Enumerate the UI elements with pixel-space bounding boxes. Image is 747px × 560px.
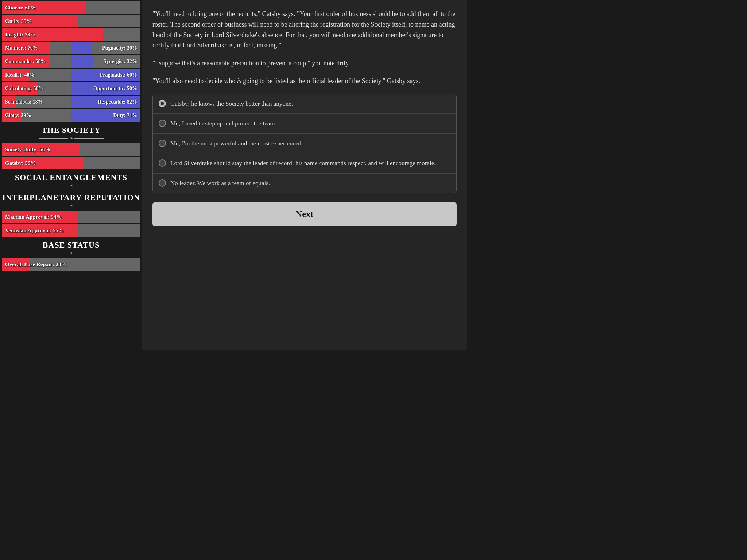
guile-label: Guile: 55%	[2, 15, 140, 27]
choice-no-leader[interactable]: No leader. We work as a team of equals.	[153, 174, 456, 193]
martian-approval-row: Martian Approval: 54%	[2, 211, 140, 223]
gatsby-label: Gatsby: 59%	[2, 157, 140, 169]
choice-no-leader-text: No leader. We work as a team of equals.	[170, 179, 270, 188]
social-section-title: SOCIAL ENTANGLEMENTS ❧	[2, 172, 140, 189]
society-section-title: THE SOCIETY ❧	[2, 125, 140, 142]
choice-me-powerful-text: Me; I'm the most powerful and the most e…	[170, 139, 303, 148]
commander-synergist-row: Commander: 68% Synergist: 32%	[2, 55, 140, 68]
reputation-section-title: INTERPLANETARY REPUTATION ❧	[2, 192, 140, 209]
narrative-paragraph-1: "You'll need to bring one of the recruit…	[152, 9, 457, 51]
manners-pugnacity-row: Manners: 70% Pugnacity: 30%	[2, 42, 140, 54]
pugnacity-label: Pugnacity: 30%	[71, 42, 140, 54]
gatsby-stat-row: Gatsby: 59%	[2, 157, 140, 169]
society-unity-row: Society Unity: 56%	[2, 143, 140, 156]
guile-stat-row: Guile: 55%	[2, 15, 140, 27]
venusian-approval-row: Venusian Approval: 55%	[2, 224, 140, 237]
synergist-label: Synergist: 32%	[71, 55, 140, 68]
choices-container: Gatsby; he knows the Society better than…	[152, 94, 457, 194]
commander-label: Commander: 68%	[2, 55, 71, 68]
martian-approval-label: Martian Approval: 54%	[2, 211, 140, 223]
choice-me-powerful-radio[interactable]	[159, 140, 166, 147]
idealist-label: Idealist: 40%	[2, 69, 71, 81]
calculating-opportunistic-row: Calculating: 50% Opportunistic: 50%	[2, 82, 140, 95]
left-panel: Charm: 60% Guile: 55% Insight: 73% Manne…	[0, 0, 142, 350]
right-panel: "You'll need to bring one of the recruit…	[142, 0, 467, 350]
respectable-label: Respectable: 82%	[71, 96, 140, 108]
opportunistic-label: Opportunistic: 50%	[71, 82, 140, 95]
choice-silverdrake[interactable]: Lord Silverdrake should stay the leader …	[153, 153, 456, 174]
choice-me-protect-text: Me; I need to step up and protect the te…	[170, 119, 276, 128]
choice-no-leader-radio[interactable]	[159, 179, 166, 187]
venusian-approval-label: Venusian Approval: 55%	[2, 224, 140, 237]
next-button[interactable]: Next	[152, 202, 457, 226]
choice-me-protect[interactable]: Me; I need to step up and protect the te…	[153, 114, 456, 134]
insight-label: Insight: 73%	[2, 28, 140, 41]
choice-silverdrake-radio[interactable]	[159, 159, 166, 167]
choice-gatsby[interactable]: Gatsby; he knows the Society better than…	[153, 94, 456, 114]
duty-label: Duty: 71%	[71, 109, 140, 122]
choice-silverdrake-text: Lord Silverdrake should stay the leader …	[170, 159, 436, 168]
charm-label: Charm: 60%	[2, 1, 140, 14]
manners-label: Manners: 70%	[2, 42, 71, 54]
glory-duty-row: Glory: 29% Duty: 71%	[2, 109, 140, 122]
base-section-title: BASE STATUS ❧	[2, 240, 140, 257]
glory-label: Glory: 29%	[2, 109, 71, 122]
base-repair-row: Overall Base Repair: 20%	[2, 258, 140, 271]
charm-stat-row: Charm: 60%	[2, 1, 140, 14]
society-unity-label: Society Unity: 56%	[2, 143, 140, 156]
choice-gatsby-text: Gatsby; he knows the Society better than…	[170, 99, 293, 109]
choice-me-powerful[interactable]: Me; I'm the most powerful and the most e…	[153, 134, 456, 154]
scandalous-respectable-row: Scandalous: 18% Respectable: 82%	[2, 96, 140, 108]
narrative-paragraph-3: "You'll also need to decide who is going…	[152, 76, 457, 86]
calculating-label: Calculating: 50%	[2, 82, 71, 95]
pragmatist-label: Pragmatist: 60%	[71, 69, 140, 81]
scandalous-label: Scandalous: 18%	[2, 96, 71, 108]
idealist-pragmatist-row: Idealist: 40% Pragmatist: 60%	[2, 69, 140, 81]
narrative-paragraph-2: "I suppose that's a reasonable precautio…	[152, 58, 457, 69]
choice-gatsby-radio[interactable]	[159, 100, 166, 107]
choice-me-protect-radio[interactable]	[159, 120, 166, 127]
insight-stat-row: Insight: 73%	[2, 28, 140, 41]
base-repair-label: Overall Base Repair: 20%	[2, 258, 140, 271]
